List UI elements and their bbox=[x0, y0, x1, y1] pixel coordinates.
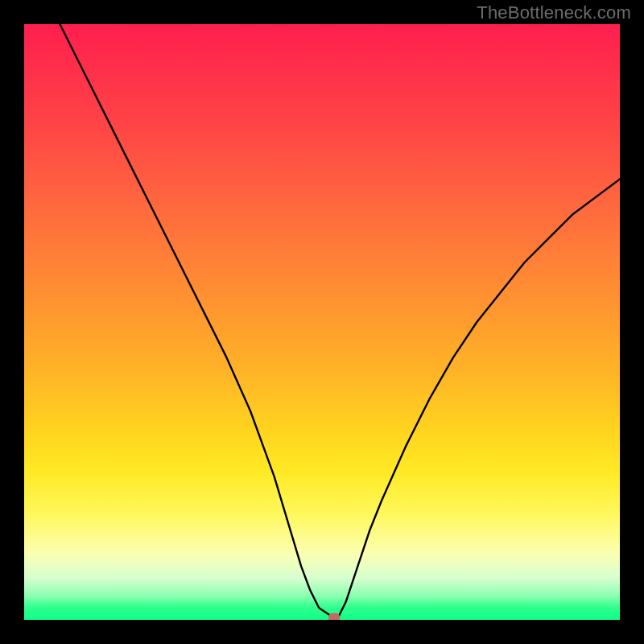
plot-area bbox=[24, 24, 620, 620]
bottleneck-curve bbox=[24, 24, 620, 620]
watermark-text: TheBottleneck.com bbox=[477, 2, 631, 23]
chart-outer-frame: TheBottleneck.com bbox=[0, 0, 644, 644]
bottleneck-marker bbox=[328, 613, 340, 621]
